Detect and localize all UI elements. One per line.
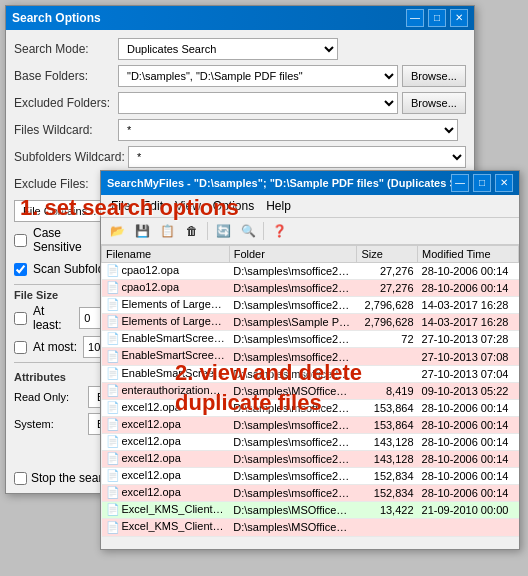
subfolders-wildcard-row: Subfolders Wildcard: * — [14, 146, 466, 168]
toolbar-separator — [207, 222, 208, 240]
cell-filename: 📄excel12.opa — [102, 451, 230, 468]
toolbar-separator-2 — [263, 222, 264, 240]
menu-help[interactable]: Help — [260, 197, 297, 215]
cell-modified: 27-10-2013 07:28 — [418, 331, 519, 348]
toolbar-open-icon[interactable]: 📂 — [105, 220, 129, 242]
at-least-label: At least: — [33, 304, 73, 332]
step3-overlay: duplicate files — [175, 390, 322, 416]
cell-modified: 28-10-2006 00:14 — [418, 399, 519, 416]
cell-folder: D:\samples\msoffice2007 ... — [229, 416, 357, 433]
cell-modified: 28-10-2006 00:14 — [418, 263, 519, 280]
subfolders-wildcard-label: Subfolders Wildcard: — [14, 150, 124, 164]
base-folders-select[interactable]: "D:\samples", "D:\Sample PDF files" — [118, 65, 398, 87]
base-folders-browse-button[interactable]: Browse... — [402, 65, 466, 87]
cell-modified: 28-10-2006 00:14 — [418, 485, 519, 502]
cell-filename: 📄excel12.opa — [102, 416, 230, 433]
cell-size: 2,796,628 — [357, 314, 418, 331]
at-least-checkbox[interactable] — [14, 312, 27, 325]
maximize-button[interactable]: □ — [428, 9, 446, 27]
toolbar-delete-icon[interactable]: 🗑 — [180, 220, 204, 242]
toolbar-save-icon[interactable]: 💾 — [130, 220, 154, 242]
cell-modified: 09-10-2013 05:22 — [418, 382, 519, 399]
table-row[interactable]: 📄Elements of Large-Sa...D:\samples\msoff… — [102, 297, 519, 314]
step2-overlay: 2. view and delete — [175, 360, 362, 386]
cell-size: 8,419 — [357, 382, 418, 399]
cell-modified: 28-10-2006 00:14 — [418, 280, 519, 297]
case-sensitive-checkbox[interactable] — [14, 234, 27, 247]
cell-folder: D:\samples\Sample PDF fil... — [229, 314, 357, 331]
table-row[interactable]: 📄cpao12.opaD:\samples\msoffice2007 ...27… — [102, 280, 519, 297]
table-row[interactable]: 📄EnableSmartScreen.re...D:\samples\msoff… — [102, 331, 519, 348]
close-button[interactable]: ✕ — [450, 9, 468, 27]
cell-filename: 📄excel12.opa — [102, 485, 230, 502]
cell-folder: D:\samples\msoffice2007 ... — [229, 433, 357, 450]
stop-search-checkbox[interactable] — [14, 472, 27, 485]
toolbar-search-icon[interactable]: 🔍 — [236, 220, 260, 242]
results-window-controls: — □ ✕ — [451, 174, 513, 192]
search-mode-row: Search Mode: Duplicates Search — [14, 38, 466, 60]
cell-filename: 📄Excel_KMS_Client.O... — [102, 519, 230, 536]
cell-folder: D:\samples\msoffice2007 ... — [229, 468, 357, 485]
search-mode-label: Search Mode: — [14, 42, 114, 56]
toolbar-copy-icon[interactable]: 📋 — [155, 220, 179, 242]
cell-size: 72 — [357, 331, 418, 348]
excluded-folders-label: Excluded Folders: — [14, 96, 114, 110]
cell-size — [357, 365, 418, 382]
table-row[interactable]: 📄excel12.opaD:\samples\msoffice2007 ...1… — [102, 451, 519, 468]
results-minimize-button[interactable]: — — [451, 174, 469, 192]
minimize-button[interactable]: — — [406, 9, 424, 27]
table-row[interactable]: 📄Excel_KMS_Client.O...D:\samples\MSOffic… — [102, 519, 519, 536]
step1-overlay: 1. set search options — [20, 195, 239, 221]
cell-folder: D:\samples\msoffice2007\... — [229, 263, 357, 280]
table-row[interactable]: 📄Elements of Large-Sa...D:\samples\Sampl… — [102, 314, 519, 331]
toolbar-help-icon[interactable]: ❓ — [267, 220, 291, 242]
table-row[interactable]: 📄excel12.opaD:\samples\msoffice2007 ...1… — [102, 468, 519, 485]
cell-size: 153,864 — [357, 399, 418, 416]
cell-filename: 📄Excel_KMS_Client.00... — [102, 502, 230, 519]
excluded-folders-select[interactable] — [118, 92, 398, 114]
base-folders-label: Base Folders: — [14, 69, 114, 83]
base-folders-row: Base Folders: "D:\samples", "D:\Sample P… — [14, 65, 466, 87]
system-label: System: — [14, 418, 84, 430]
scan-subfolders-checkbox[interactable] — [14, 263, 27, 276]
toolbar-refresh-icon[interactable]: 🔄 — [211, 220, 235, 242]
results-maximize-button[interactable]: □ — [473, 174, 491, 192]
col-size[interactable]: Size — [357, 246, 418, 263]
at-most-checkbox[interactable] — [14, 341, 27, 354]
excluded-folders-browse-button[interactable]: Browse... — [402, 92, 466, 114]
files-wildcard-row: Files Wildcard: * — [14, 119, 466, 141]
cell-size: 143,128 — [357, 451, 418, 468]
table-row[interactable]: 📄excel12.opaD:\samples\msoffice2007 ...1… — [102, 416, 519, 433]
results-close-button[interactable]: ✕ — [495, 174, 513, 192]
search-options-titlebar: Search Options — □ ✕ — [6, 6, 474, 30]
cell-folder: D:\samples\MSOfficePro... — [229, 502, 357, 519]
cell-filename: 📄excel12.opa — [102, 468, 230, 485]
toolbar: 📂 💾 📋 🗑 🔄 🔍 ❓ — [101, 218, 519, 245]
search-mode-select[interactable]: Duplicates Search — [118, 38, 338, 60]
results-titlebar: SearchMyFiles - "D:\samples"; "D:\Sample… — [101, 171, 519, 195]
cell-folder: D:\samples\msoffice2007 ... — [229, 331, 357, 348]
table-row[interactable]: 📄Excel_KMS_Client.00...D:\samples\MSOffi… — [102, 502, 519, 519]
files-wildcard-label: Files Wildcard: — [14, 123, 114, 137]
col-modified[interactable]: Modified Time — [418, 246, 519, 263]
cell-size: 2,796,628 — [357, 297, 418, 314]
table-row[interactable]: 📄cpao12.opaD:\samples\msoffice2007\...27… — [102, 263, 519, 280]
at-most-label: At most: — [33, 340, 77, 354]
col-filename[interactable]: Filename — [102, 246, 230, 263]
window-controls: — □ ✕ — [406, 9, 468, 27]
subfolders-wildcard-select[interactable]: * — [128, 146, 466, 168]
cell-modified: 27-10-2013 07:08 — [418, 348, 519, 365]
cell-folder: D:\samples\MSOfficePro... — [229, 519, 357, 536]
results-title: SearchMyFiles - "D:\samples"; "D:\Sample… — [107, 177, 451, 189]
cell-modified: 28-10-2006 00:14 — [418, 433, 519, 450]
exclude-files-label: Exclude Files: — [14, 177, 114, 191]
table-row[interactable]: 📄excel12.opaD:\samples\msoffice2007 ...1… — [102, 433, 519, 450]
col-folder[interactable]: Folder — [229, 246, 357, 263]
files-wildcard-select[interactable]: * — [118, 119, 458, 141]
cell-modified: 28-10-2006 00:14 — [418, 416, 519, 433]
cell-modified: 21-09-2010 00:00 — [418, 502, 519, 519]
cell-size: 153,864 — [357, 416, 418, 433]
table-row[interactable]: 📄excel12.opaD:\samples\msoffice2007 ...1… — [102, 485, 519, 502]
cell-size: 27,276 — [357, 263, 418, 280]
cell-folder: D:\samples\msoffice2007 ... — [229, 297, 357, 314]
